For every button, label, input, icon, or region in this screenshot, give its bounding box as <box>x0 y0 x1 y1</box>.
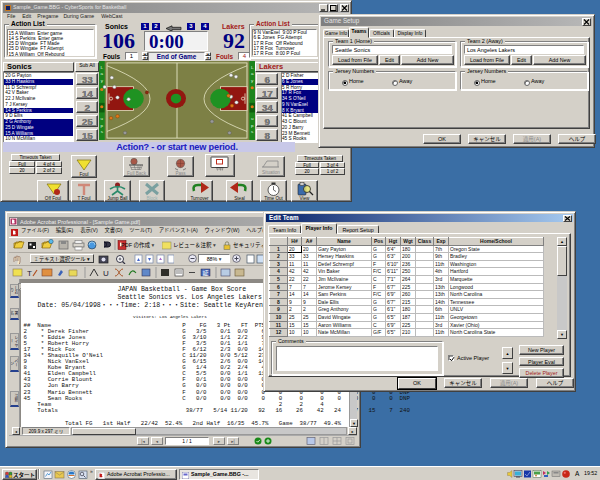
svg-text:U: U <box>103 269 109 278</box>
svg-text:証: 証 <box>203 269 209 277</box>
svg-text:T: T <box>27 269 32 278</box>
